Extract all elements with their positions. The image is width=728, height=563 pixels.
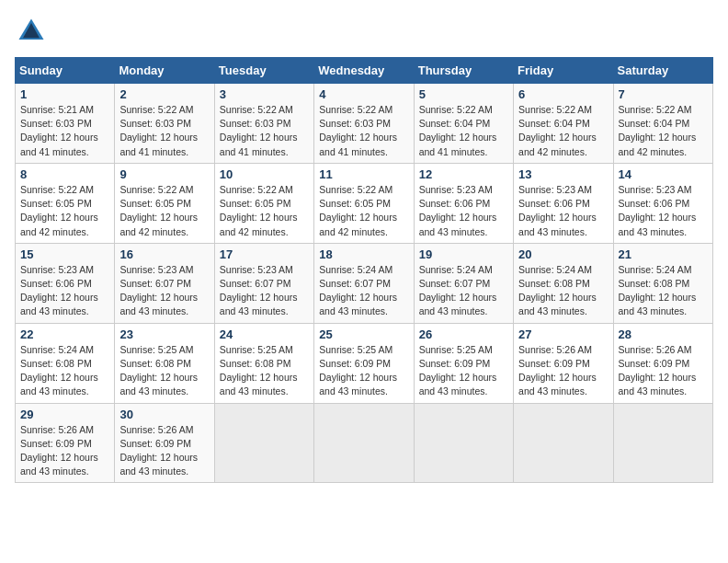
day-detail: Sunrise: 5:22 AM Sunset: 6:05 PM Dayligh… (319, 183, 408, 239)
calendar-cell: 12Sunrise: 5:23 AM Sunset: 6:06 PM Dayli… (414, 163, 513, 243)
day-number: 11 (319, 167, 408, 181)
day-detail: Sunrise: 5:26 AM Sunset: 6:09 PM Dayligh… (20, 423, 109, 479)
day-detail: Sunrise: 5:24 AM Sunset: 6:07 PM Dayligh… (419, 263, 508, 319)
calendar-cell (314, 403, 414, 483)
calendar-cell: 30Sunrise: 5:26 AM Sunset: 6:09 PM Dayli… (115, 403, 214, 483)
day-number: 20 (518, 247, 608, 261)
day-detail: Sunrise: 5:22 AM Sunset: 6:05 PM Dayligh… (220, 183, 309, 239)
day-detail: Sunrise: 5:25 AM Sunset: 6:09 PM Dayligh… (319, 343, 408, 399)
day-number: 12 (419, 167, 508, 181)
day-detail: Sunrise: 5:23 AM Sunset: 6:06 PM Dayligh… (619, 183, 708, 239)
calendar-cell: 9Sunrise: 5:22 AM Sunset: 6:05 PM Daylig… (115, 163, 214, 243)
day-detail: Sunrise: 5:21 AM Sunset: 6:03 PM Dayligh… (20, 103, 109, 159)
day-detail: Sunrise: 5:22 AM Sunset: 6:03 PM Dayligh… (119, 103, 209, 159)
week-row-1: 8Sunrise: 5:22 AM Sunset: 6:05 PM Daylig… (16, 163, 713, 243)
day-detail: Sunrise: 5:23 AM Sunset: 6:07 PM Dayligh… (119, 263, 209, 319)
calendar-cell: 19Sunrise: 5:24 AM Sunset: 6:07 PM Dayli… (414, 243, 513, 323)
day-number: 4 (319, 87, 408, 101)
calendar-cell: 7Sunrise: 5:22 AM Sunset: 6:04 PM Daylig… (613, 84, 712, 164)
day-number: 26 (419, 327, 508, 341)
calendar-cell (514, 403, 613, 483)
calendar-cell: 24Sunrise: 5:25 AM Sunset: 6:08 PM Dayli… (214, 323, 313, 403)
page-header (15, 15, 713, 48)
calendar-cell: 20Sunrise: 5:24 AM Sunset: 6:08 PM Dayli… (514, 243, 613, 323)
day-number: 28 (619, 327, 708, 341)
calendar-cell (613, 403, 712, 483)
calendar-cell: 22Sunrise: 5:24 AM Sunset: 6:08 PM Dayli… (16, 323, 115, 403)
header-sunday: Sunday (16, 58, 115, 84)
calendar-cell: 1Sunrise: 5:21 AM Sunset: 6:03 PM Daylig… (16, 84, 115, 164)
header-thursday: Thursday (414, 58, 513, 84)
day-detail: Sunrise: 5:25 AM Sunset: 6:08 PM Dayligh… (220, 343, 309, 399)
day-detail: Sunrise: 5:24 AM Sunset: 6:08 PM Dayligh… (518, 263, 608, 319)
day-number: 27 (518, 327, 608, 341)
header-tuesday: Tuesday (214, 58, 313, 84)
day-number: 2 (119, 87, 209, 101)
calendar-cell: 27Sunrise: 5:26 AM Sunset: 6:09 PM Dayli… (514, 323, 613, 403)
calendar-cell: 17Sunrise: 5:23 AM Sunset: 6:07 PM Dayli… (214, 243, 313, 323)
day-detail: Sunrise: 5:23 AM Sunset: 6:07 PM Dayligh… (220, 263, 309, 319)
day-detail: Sunrise: 5:23 AM Sunset: 6:06 PM Dayligh… (419, 183, 508, 239)
calendar-cell: 10Sunrise: 5:22 AM Sunset: 6:05 PM Dayli… (214, 163, 313, 243)
day-number: 8 (20, 167, 109, 181)
header-monday: Monday (115, 58, 214, 84)
day-detail: Sunrise: 5:26 AM Sunset: 6:09 PM Dayligh… (119, 423, 209, 479)
day-number: 23 (119, 327, 209, 341)
calendar-cell: 29Sunrise: 5:26 AM Sunset: 6:09 PM Dayli… (16, 403, 115, 483)
calendar-cell: 3Sunrise: 5:22 AM Sunset: 6:03 PM Daylig… (214, 84, 313, 164)
day-number: 19 (419, 247, 508, 261)
day-detail: Sunrise: 5:22 AM Sunset: 6:05 PM Dayligh… (20, 183, 109, 239)
day-number: 30 (119, 408, 209, 421)
day-number: 5 (419, 87, 508, 101)
day-detail: Sunrise: 5:24 AM Sunset: 6:07 PM Dayligh… (319, 263, 408, 319)
day-detail: Sunrise: 5:22 AM Sunset: 6:04 PM Dayligh… (619, 103, 708, 159)
calendar-cell: 5Sunrise: 5:22 AM Sunset: 6:04 PM Daylig… (414, 84, 513, 164)
calendar-table: SundayMondayTuesdayWednesdayThursdayFrid… (15, 57, 713, 483)
calendar-cell: 18Sunrise: 5:24 AM Sunset: 6:07 PM Dayli… (314, 243, 414, 323)
day-detail: Sunrise: 5:26 AM Sunset: 6:09 PM Dayligh… (518, 343, 608, 399)
calendar-cell: 6Sunrise: 5:22 AM Sunset: 6:04 PM Daylig… (514, 84, 613, 164)
header-wednesday: Wednesday (314, 58, 414, 84)
logo (15, 15, 51, 48)
calendar-header-row: SundayMondayTuesdayWednesdayThursdayFrid… (16, 58, 713, 84)
week-row-3: 22Sunrise: 5:24 AM Sunset: 6:08 PM Dayli… (16, 323, 713, 403)
week-row-0: 1Sunrise: 5:21 AM Sunset: 6:03 PM Daylig… (16, 84, 713, 164)
day-detail: Sunrise: 5:22 AM Sunset: 6:04 PM Dayligh… (518, 103, 608, 159)
day-number: 25 (319, 327, 408, 341)
day-number: 21 (619, 247, 708, 261)
day-number: 10 (220, 167, 309, 181)
header-friday: Friday (514, 58, 613, 84)
day-number: 3 (220, 87, 309, 101)
day-detail: Sunrise: 5:22 AM Sunset: 6:04 PM Dayligh… (419, 103, 508, 159)
calendar-cell: 23Sunrise: 5:25 AM Sunset: 6:08 PM Dayli… (115, 323, 214, 403)
calendar-cell: 13Sunrise: 5:23 AM Sunset: 6:06 PM Dayli… (514, 163, 613, 243)
week-row-2: 15Sunrise: 5:23 AM Sunset: 6:06 PM Dayli… (16, 243, 713, 323)
day-number: 15 (20, 247, 109, 261)
calendar-cell: 15Sunrise: 5:23 AM Sunset: 6:06 PM Dayli… (16, 243, 115, 323)
calendar-cell: 26Sunrise: 5:25 AM Sunset: 6:09 PM Dayli… (414, 323, 513, 403)
calendar-cell (214, 403, 313, 483)
day-detail: Sunrise: 5:22 AM Sunset: 6:05 PM Dayligh… (119, 183, 209, 239)
day-detail: Sunrise: 5:24 AM Sunset: 6:08 PM Dayligh… (619, 263, 708, 319)
day-number: 7 (619, 87, 708, 101)
header-saturday: Saturday (613, 58, 712, 84)
day-number: 24 (220, 327, 309, 341)
calendar-cell: 16Sunrise: 5:23 AM Sunset: 6:07 PM Dayli… (115, 243, 214, 323)
calendar-cell: 11Sunrise: 5:22 AM Sunset: 6:05 PM Dayli… (314, 163, 414, 243)
day-number: 18 (319, 247, 408, 261)
day-detail: Sunrise: 5:25 AM Sunset: 6:08 PM Dayligh… (119, 343, 209, 399)
logo-icon (15, 15, 48, 48)
calendar-cell: 14Sunrise: 5:23 AM Sunset: 6:06 PM Dayli… (613, 163, 712, 243)
calendar-cell: 28Sunrise: 5:26 AM Sunset: 6:09 PM Dayli… (613, 323, 712, 403)
calendar-cell: 4Sunrise: 5:22 AM Sunset: 6:03 PM Daylig… (314, 84, 414, 164)
day-detail: Sunrise: 5:26 AM Sunset: 6:09 PM Dayligh… (619, 343, 708, 399)
day-number: 17 (220, 247, 309, 261)
day-number: 29 (20, 408, 109, 421)
day-detail: Sunrise: 5:25 AM Sunset: 6:09 PM Dayligh… (419, 343, 508, 399)
day-detail: Sunrise: 5:22 AM Sunset: 6:03 PM Dayligh… (220, 103, 309, 159)
day-number: 1 (20, 87, 109, 101)
day-number: 9 (119, 167, 209, 181)
day-number: 22 (20, 327, 109, 341)
calendar-cell: 21Sunrise: 5:24 AM Sunset: 6:08 PM Dayli… (613, 243, 712, 323)
day-number: 16 (119, 247, 209, 261)
